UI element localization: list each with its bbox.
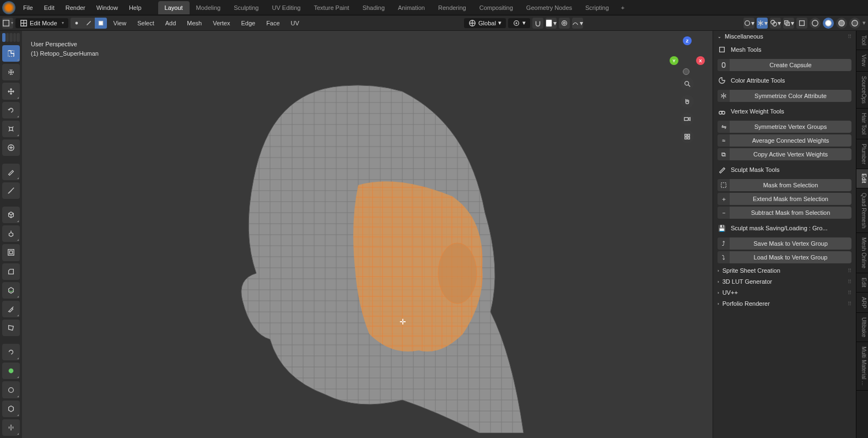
annotate-tool[interactable]: [2, 164, 20, 180]
move-tool[interactable]: [2, 83, 20, 99]
loop-cut-tool[interactable]: [2, 282, 20, 299]
drag-handle-icon[interactable]: ⠿: [848, 290, 851, 296]
spin-tool[interactable]: [2, 344, 20, 360]
vertex-select-mode[interactable]: [71, 18, 83, 29]
viewport-menu-select[interactable]: Select: [133, 20, 159, 26]
menu-help[interactable]: Help: [123, 4, 147, 11]
viewport-menu-uv[interactable]: UV: [287, 20, 304, 26]
menu-window[interactable]: Window: [91, 4, 123, 11]
xray-toggle[interactable]: ▾: [783, 18, 794, 29]
tab-sculpting[interactable]: Sculpting: [227, 1, 265, 14]
smooth-tool[interactable]: [2, 363, 20, 379]
transform-tool[interactable]: [2, 139, 20, 156]
snap-toggle[interactable]: [532, 18, 543, 29]
symmetrize-vertex-groups-button[interactable]: ⇋ Symmetrize Vertex Groups: [718, 121, 851, 133]
rendered-shading[interactable]: [849, 18, 860, 29]
vtab-sourceops[interactable]: SourceOps: [856, 72, 868, 109]
panel-miscellaneous-header[interactable]: ⌄ Miscellaneous ⠿: [713, 31, 856, 42]
wireframe-shading[interactable]: [810, 18, 821, 29]
axis-neg-z[interactable]: [683, 68, 689, 75]
measure-tool[interactable]: [2, 182, 20, 199]
save-mask-button[interactable]: ⤴ Save Mask to Vertex Group: [718, 237, 851, 250]
rip-region-tool[interactable]: [2, 419, 20, 436]
editor-type-icon[interactable]: ▾: [2, 18, 13, 29]
menu-file[interactable]: File: [18, 4, 39, 11]
pan-gizmo[interactable]: [681, 95, 694, 108]
axis-y[interactable]: Y: [670, 56, 678, 65]
extrude-tool[interactable]: [2, 225, 20, 242]
orientation-selector[interactable]: Global ▾: [464, 18, 506, 28]
show-gizmo-toggle[interactable]: ▾: [757, 18, 768, 29]
camera-view-gizmo[interactable]: [681, 112, 694, 126]
panel-portfolio-header[interactable]: › Porfolio Renderer ⠿: [713, 298, 856, 309]
vtab-ultibake[interactable]: Ultibake: [856, 313, 868, 342]
viewport-3d[interactable]: User Perspective (1) Retopo_SuperHuman: [22, 31, 713, 438]
zoom-gizmo[interactable]: [681, 77, 694, 90]
viewport-menu-face[interactable]: Face: [262, 20, 284, 26]
tab-scripting[interactable]: Scripting: [579, 1, 616, 14]
panel-sprite-sheet-header[interactable]: › Sprite Sheet Creation ⠿: [713, 265, 856, 276]
toggle-shading-a[interactable]: [796, 18, 807, 29]
vtab-arp[interactable]: ARP: [856, 293, 868, 313]
tab-animation[interactable]: Animation: [391, 1, 432, 14]
symmetrize-color-button[interactable]: Symmetrize Color Attribute: [718, 90, 851, 102]
viewport-menu-add[interactable]: Add: [161, 20, 181, 26]
load-mask-button[interactable]: ⤵ Load Mask to Vertex Group: [718, 251, 851, 263]
vtab-meshonline[interactable]: Mesh Online: [856, 233, 868, 273]
select-invert[interactable]: [13, 33, 17, 42]
tab-compositing[interactable]: Compositing: [473, 1, 520, 14]
knife-tool[interactable]: [2, 301, 20, 317]
select-box-tool[interactable]: [2, 45, 20, 62]
mesh-edit-mode-toggle[interactable]: ▾: [743, 18, 754, 29]
drag-handle-icon[interactable]: ⠿: [848, 268, 851, 274]
copy-weights-button[interactable]: ⧉ Copy Active Vertex Weights: [718, 148, 851, 160]
rotate-tool[interactable]: [2, 102, 20, 118]
select-extend[interactable]: [6, 33, 9, 42]
panel-lut-generator-header[interactable]: › 3D LUT Generator ⠿: [713, 276, 856, 287]
vtab-view[interactable]: View: [856, 50, 868, 72]
axis-z[interactable]: Z: [683, 36, 692, 45]
extend-mask-button[interactable]: ＋ Extend Mask from Selection: [718, 193, 851, 205]
tab-rendering[interactable]: Rendering: [432, 1, 473, 14]
blender-logo-icon[interactable]: [2, 1, 15, 14]
edge-slide-tool[interactable]: [2, 381, 20, 398]
scale-tool[interactable]: [2, 121, 20, 137]
tab-texture-paint[interactable]: Texture Paint: [307, 1, 355, 14]
navigation-gizmo[interactable]: Z Y X: [671, 40, 704, 73]
drag-handle-icon[interactable]: ⠿: [848, 279, 851, 285]
vtab-multimaterial[interactable]: Multi Material ...: [856, 342, 868, 391]
panel-uvpp-header[interactable]: › UV++ ⠿: [713, 287, 856, 298]
vtab-tool[interactable]: Tool: [856, 31, 868, 50]
solid-shading[interactable]: [823, 18, 834, 29]
proportional-falloff[interactable]: ▾: [572, 18, 583, 29]
shrink-fatten-tool[interactable]: [2, 401, 20, 417]
viewport-menu-vertex[interactable]: Vertex: [208, 20, 234, 26]
mode-selector[interactable]: Edit Mode ▾: [15, 18, 68, 28]
tab-modeling[interactable]: Modeling: [190, 1, 228, 14]
vtab-edit2[interactable]: Edit: [856, 273, 868, 292]
shading-dropdown[interactable]: ▾: [862, 19, 866, 26]
average-weights-button[interactable]: ≈ Average Connected Weights: [718, 134, 851, 147]
create-capsule-button[interactable]: Create Capsule: [718, 59, 851, 71]
add-cube-tool[interactable]: [2, 207, 20, 223]
proportional-edit[interactable]: [559, 18, 570, 29]
viewport-menu-mesh[interactable]: Mesh: [182, 20, 206, 26]
snap-element[interactable]: ▾: [546, 18, 557, 29]
cursor-tool[interactable]: [2, 64, 20, 80]
add-workspace-button[interactable]: +: [616, 1, 630, 14]
tab-uv-editing[interactable]: UV Editing: [265, 1, 307, 14]
viewport-menu-view[interactable]: View: [109, 20, 131, 26]
select-subtract[interactable]: [9, 33, 13, 42]
menu-edit[interactable]: Edit: [39, 4, 60, 11]
viewport-menu-edge[interactable]: Edge: [236, 20, 260, 26]
subtract-mask-button[interactable]: － Subtract Mask from Selection: [718, 207, 851, 219]
drag-handle-icon[interactable]: ⠿: [848, 301, 851, 307]
drag-handle-icon[interactable]: ⠿: [848, 34, 851, 40]
toggle-ortho-gizmo[interactable]: [681, 130, 694, 143]
pivot-selector[interactable]: ▾: [508, 18, 530, 28]
vtab-edit[interactable]: Edit: [856, 169, 868, 188]
vtab-plumber[interactable]: Plumber: [856, 139, 868, 169]
tab-geometry-nodes[interactable]: Geometry Nodes: [520, 1, 579, 14]
tab-layout[interactable]: Layout: [158, 1, 190, 14]
mask-from-selection-button[interactable]: Mask from Selection: [718, 179, 851, 191]
